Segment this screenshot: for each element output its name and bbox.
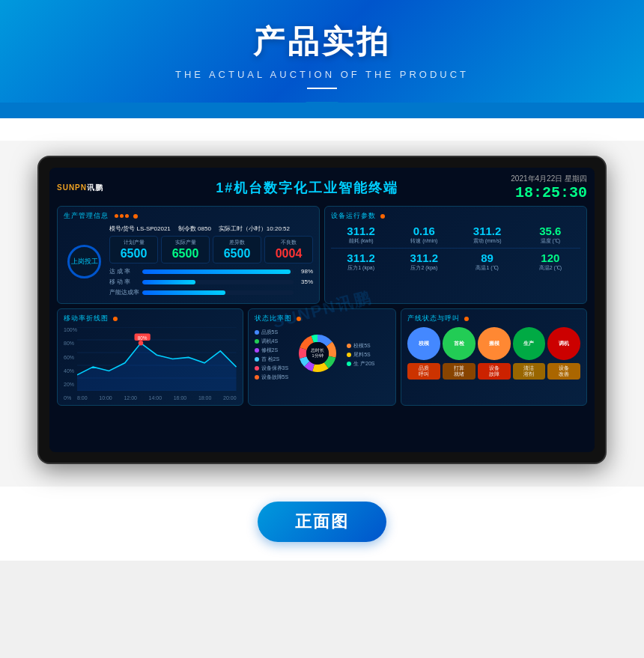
dot3 — [125, 214, 129, 218]
device-label-7: 高温2 (℃) — [520, 264, 580, 272]
diff-value: 6500 — [215, 246, 259, 261]
device-item-4: 311.2 压力1 (kpa) — [331, 252, 391, 272]
device-label-3: 温度 (℃) — [520, 237, 580, 245]
prod-circle: 上岗投工 — [67, 245, 101, 278]
planned-label: 计划产量 — [112, 239, 156, 246]
device-label-5: 压力2 (kpa) — [394, 264, 454, 272]
device-grid-2: 311.2 压力1 (kpa) 311.2 压力2 (kpa) 89 高温1 (… — [331, 252, 580, 272]
svg-text:1分钟: 1分钟 — [312, 353, 323, 358]
legend-dot-r0 — [347, 344, 351, 348]
legend-dot-r2 — [347, 362, 351, 366]
dash-datetime-area: 2021年4月22日 星期四 18:25:30 — [511, 174, 587, 201]
legend-dot-4 — [255, 366, 259, 371]
status-btn-1[interactable]: 首检 — [443, 327, 476, 360]
planned-card: 计划产量 6500 — [109, 236, 158, 263]
rate1-fill — [142, 269, 291, 274]
bottom-panels: 移动率折线图 100% 80% 60% 40% 20% 0% — [57, 308, 587, 406]
device-label-6: 高温1 (℃) — [458, 264, 517, 272]
device-value-6: 89 — [458, 252, 517, 264]
status-bottom-btn-3[interactable]: 清洁溶剂 — [513, 363, 546, 380]
legend-item-0: 品质5S — [255, 329, 289, 336]
legend-dot-3 — [255, 357, 259, 362]
device-title: 设备运行参数 — [331, 211, 580, 221]
status-top-buttons: 校模 首检 搬模 生产 调机 — [407, 327, 580, 360]
device-label-1: 转速 (r/min) — [394, 237, 454, 245]
pie-container: 品质5S 调机4S 修模2S — [255, 327, 390, 383]
status-panel: 产线状态与呼叫 校模 首检 搬模 生产 调机 品质呼叫 打算就绪 设备故障 清洁… — [401, 308, 587, 406]
legend-item-2: 修模2S — [255, 347, 289, 354]
status-btn-2[interactable]: 搬模 — [478, 327, 511, 360]
legend-dot-0 — [255, 330, 259, 335]
svg-text:80%: 80% — [138, 335, 148, 341]
device-item-3: 35.6 温度 (℃) — [520, 225, 580, 245]
status-btn-0[interactable]: 校模 — [407, 327, 440, 360]
chart-y-labels: 100% 80% 60% 40% 20% 0% — [64, 327, 77, 400]
status-bottom-btn-4[interactable]: 设备改善 — [547, 363, 580, 380]
prod-circle-area: 上岗投工 — [64, 225, 105, 299]
pie-chart-area: 总时长 1分钟 — [291, 327, 344, 383]
dash-time: 18:25:30 — [511, 184, 587, 201]
dash-logo: SUNPN讯鹏 — [57, 183, 103, 193]
legend-item-1: 调机4S — [255, 338, 289, 345]
production-panel: 生产管理信息 上岗投工 模号/货号 LS-SP — [57, 206, 320, 304]
device-divider — [331, 248, 580, 249]
device-value-7: 120 — [520, 252, 580, 264]
defect-value: 0004 — [267, 246, 311, 261]
device-label-0: 能耗 (kwh) — [331, 237, 391, 245]
rate2-row: 移 动 率 35% — [109, 278, 313, 286]
rate1-val: 98% — [297, 268, 313, 275]
device-grid: 311.2 能耗 (kwh) 0.16 转速 (r/min) 311.2 震动 … — [331, 225, 580, 245]
device-value-1: 0.16 — [394, 225, 454, 237]
device-value-0: 311.2 — [331, 225, 391, 237]
prod-rates: 达 成 率 98% 移 动 率 — [109, 267, 313, 296]
prod-grid: 计划产量 6500 实际产量 6500 差异数 6500 — [109, 236, 313, 263]
dot1 — [115, 214, 118, 218]
actual-label: 实际产量 — [163, 239, 207, 246]
status-bottom-buttons: 品质呼叫 打算就绪 设备故障 清洁溶剂 设备改善 — [407, 363, 580, 380]
legend-item-5: 设备故障5S — [255, 374, 289, 381]
chart-title: 移动率折线图 — [64, 314, 237, 323]
rate3-fill — [142, 290, 225, 295]
diff-label: 差异数 — [215, 239, 259, 246]
device-value-3: 35.6 — [520, 225, 580, 237]
status-btn-3[interactable]: 生产 — [513, 327, 546, 360]
rate2-bar — [142, 280, 294, 284]
dashboard: SUNPN讯鹏 SUNPN讯鹏 1#机台数字化工业智能终端 2021年4月22日… — [49, 168, 595, 452]
rate3-label: 产能达成率 — [109, 288, 139, 296]
rate1-row: 达 成 率 98% — [109, 267, 313, 275]
status-bottom-btn-1[interactable]: 打算就绪 — [443, 363, 476, 380]
device-item-5: 311.2 压力2 (kpa) — [394, 252, 454, 272]
main-content: SUNPN讯鹏 SUNPN讯鹏 1#机台数字化工业智能终端 2021年4月22日… — [0, 141, 644, 487]
header-divider — [307, 88, 337, 89]
device-item-0: 311.2 能耗 (kwh) — [331, 225, 391, 245]
pie-svg: 总时长 1分钟 — [291, 327, 344, 380]
pie-title: 状态比率图 — [255, 314, 390, 323]
legend-item-r1: 尾料5S — [347, 351, 374, 359]
monitor-frame: SUNPN讯鹏 SUNPN讯鹏 1#机台数字化工业智能终端 2021年4月22日… — [37, 156, 607, 464]
status-bottom-btn-0[interactable]: 品质呼叫 — [407, 363, 440, 380]
chart-panel: 移动率折线图 100% 80% 60% 40% 20% 0% — [57, 308, 243, 406]
status-bottom-btn-2[interactable]: 设备故障 — [478, 363, 511, 380]
actual-card: 实际产量 6500 — [161, 236, 210, 263]
front-view-button[interactable]: 正面图 — [258, 502, 386, 542]
device-panel: 设备运行参数 311.2 能耗 (kwh) 0.16 转速 (r/min) 31… — [324, 206, 587, 304]
production-title: 生产管理信息 — [64, 211, 313, 221]
prod-meta: 模号/货号 LS-SP02021 制令数 0850 实际工时（小时）10:20:… — [109, 225, 313, 233]
legend-item-r0: 校模5S — [347, 342, 374, 350]
rate1-bar — [142, 269, 294, 274]
legend-item-4: 设备保养3S — [255, 365, 289, 372]
svg-marker-6 — [77, 343, 237, 391]
device-value-2: 311.2 — [458, 225, 517, 237]
footer-btn-area: 正面图 — [0, 487, 644, 561]
chart-container: 100% 80% 60% 40% 20% 0% — [64, 327, 237, 400]
rate2-label: 移 动 率 — [109, 278, 139, 286]
rate2-val: 35% — [297, 278, 313, 285]
legend-item-3: 首 检2S — [255, 356, 289, 363]
pie-panel: 状态比率图 品质5S 调机4S — [248, 308, 397, 406]
dot2 — [120, 214, 124, 218]
status-btn-4[interactable]: 调机 — [547, 327, 580, 360]
rate3-row: 产能达成率 — [109, 288, 313, 296]
diff-card: 差异数 6500 — [213, 236, 261, 263]
chart-svg: 80% — [77, 327, 237, 391]
header-title-en: THE ACTUAL AUCTION OF THE PRODUCT — [0, 69, 644, 80]
